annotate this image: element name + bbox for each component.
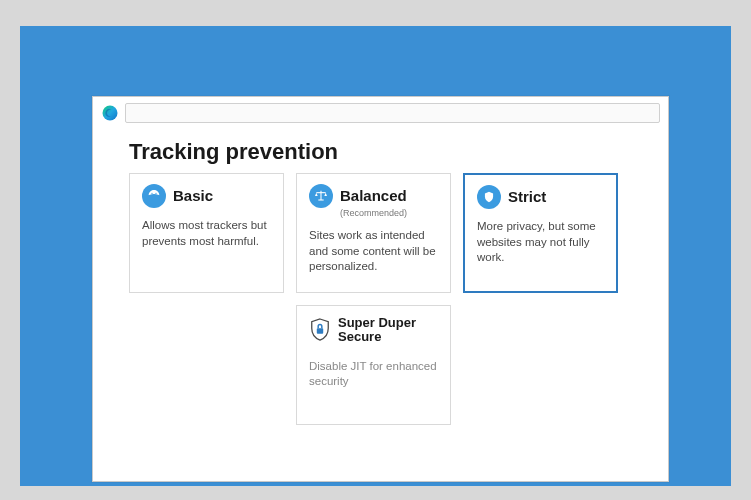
address-bar[interactable] [125,103,660,123]
browser-window: Tracking prevention Basic Allows most tr… [92,96,669,482]
card-desc: Allows most trackers but prevents most h… [142,218,271,249]
lock-shield-icon [309,317,331,343]
card-title: Super Duper Secure [338,316,438,345]
card-subtitle: (Recommended) [340,208,438,218]
card-super-duper-secure[interactable]: Super Duper Secure Disable JIT for enhan… [296,305,451,425]
svg-point-1 [151,193,152,194]
shield-icon [477,185,501,209]
card-title: Strict [508,189,546,206]
illustration-frame: Tracking prevention Basic Allows most tr… [20,26,731,486]
card-header: Balanced [309,184,438,208]
card-basic[interactable]: Basic Allows most trackers but prevents … [129,173,284,293]
card-header: Super Duper Secure [309,316,438,345]
svg-point-2 [155,193,156,194]
card-title: Basic [173,188,213,205]
edge-logo-icon [101,104,119,122]
card-title: Balanced [340,188,407,205]
card-desc: More privacy, but some websites may not … [477,219,604,266]
scales-icon [309,184,333,208]
card-strict[interactable]: Strict More privacy, but some websites m… [463,173,618,293]
card-header: Strict [477,185,604,209]
tracking-cards: Basic Allows most trackers but prevents … [93,173,668,425]
card-desc: Disable JIT for enhanced security [309,359,438,390]
svg-point-0 [103,106,118,121]
card-balanced[interactable]: Balanced (Recommended) Sites work as int… [296,173,451,293]
address-row [93,97,668,129]
face-icon [142,184,166,208]
svg-rect-6 [317,328,323,334]
page-title: Tracking prevention [93,129,668,173]
card-desc: Sites work as intended and some content … [309,228,438,275]
card-header: Basic [142,184,271,208]
